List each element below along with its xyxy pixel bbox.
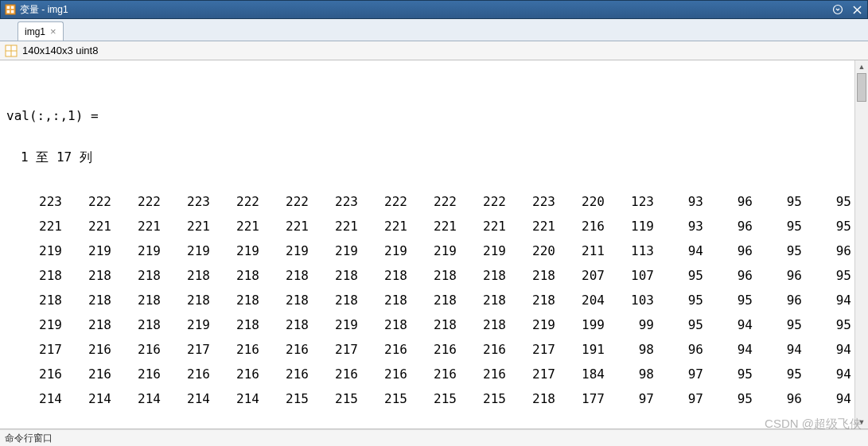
data-cell: 218 (161, 288, 210, 312)
svg-rect-2 (11, 6, 14, 10)
data-cell: 214 (210, 386, 259, 411)
data-cell: 177 (555, 386, 605, 411)
data-cell: 223 (161, 189, 210, 214)
table-row: 2212212212212212212212212212212212161199… (13, 214, 851, 239)
data-cell: 95 (802, 214, 851, 239)
table-row: 2142142142142142152152152152152181779797… (13, 386, 851, 411)
tab-img1[interactable]: img1 × (18, 21, 64, 41)
data-cell: 219 (457, 239, 506, 263)
data-cell: 218 (309, 288, 358, 312)
data-cell: 99 (605, 312, 654, 337)
data-cell: 199 (555, 312, 605, 337)
data-cell: 103 (605, 288, 654, 312)
data-cell: 95 (654, 263, 703, 288)
scrollbar-thumb[interactable] (857, 73, 866, 102)
data-cell: 218 (111, 288, 161, 312)
data-cell: 94 (703, 337, 753, 362)
data-cell: 218 (407, 312, 457, 337)
data-cell: 219 (161, 312, 210, 337)
data-cell: 218 (358, 288, 407, 312)
data-cell: 94 (753, 337, 802, 362)
data-cell: 214 (111, 386, 161, 411)
data-cell: 218 (407, 288, 457, 312)
data-cell: 214 (13, 386, 62, 411)
data-cell: 96 (802, 239, 851, 263)
data-cell: 96 (703, 189, 753, 214)
data-cell: 95 (802, 263, 851, 288)
val-header: val(:,:,1) = (6, 107, 853, 126)
close-icon[interactable] (850, 3, 864, 16)
data-cell: 95 (654, 312, 703, 337)
data-cell: 218 (506, 263, 555, 288)
data-cell: 217 (161, 337, 210, 362)
window-title: 变量 - img1 (20, 3, 831, 17)
data-cell: 216 (407, 362, 457, 386)
data-cell: 219 (309, 239, 358, 263)
variable-content[interactable]: val(:,:,1) = 1 至 17 列 223222222223222222… (0, 60, 854, 429)
data-cell: 215 (358, 386, 407, 411)
data-cell: 95 (802, 189, 851, 214)
data-cell: 94 (802, 362, 851, 386)
data-cell: 218 (309, 263, 358, 288)
svg-point-5 (834, 6, 843, 14)
data-cell: 216 (111, 362, 161, 386)
data-cell: 218 (210, 312, 259, 337)
data-cell: 94 (703, 312, 753, 337)
data-cell: 221 (457, 214, 506, 239)
data-cell: 98 (605, 337, 654, 362)
data-cell: 216 (457, 337, 506, 362)
data-cell: 191 (555, 337, 605, 362)
data-cell: 216 (62, 362, 111, 386)
data-cell: 216 (259, 362, 309, 386)
data-cell: 216 (309, 362, 358, 386)
scroll-up-icon[interactable]: ▲ (855, 60, 868, 73)
svg-rect-3 (7, 10, 10, 14)
scroll-down-icon[interactable]: ▼ (855, 416, 868, 429)
tab-label: img1 (25, 26, 45, 37)
data-cell: 218 (62, 312, 111, 337)
data-cell: 220 (506, 239, 555, 263)
data-cell: 97 (654, 386, 703, 411)
data-cell: 217 (309, 337, 358, 362)
data-cell: 184 (555, 362, 605, 386)
data-cell: 216 (555, 214, 605, 239)
data-cell: 218 (407, 263, 457, 288)
data-cell: 216 (407, 337, 457, 362)
data-cell: 95 (753, 312, 802, 337)
data-cell: 96 (753, 288, 802, 312)
data-cell: 219 (259, 239, 309, 263)
data-cell: 223 (506, 189, 555, 214)
data-cell: 214 (161, 386, 210, 411)
svg-rect-1 (7, 6, 10, 10)
data-cell: 219 (13, 312, 62, 337)
window-controls (831, 3, 864, 16)
data-cell: 222 (358, 189, 407, 214)
data-cell: 216 (62, 337, 111, 362)
data-cell: 216 (457, 362, 506, 386)
data-cell: 217 (13, 337, 62, 362)
data-cell: 218 (358, 312, 407, 337)
data-table: 2232222222232222222232222222222232201239… (13, 189, 851, 411)
data-cell: 218 (506, 288, 555, 312)
vertical-scrollbar[interactable]: ▲ ▼ (854, 60, 868, 429)
table-row: 2192192192192192192192192192192202111139… (13, 239, 851, 263)
data-cell: 218 (210, 263, 259, 288)
data-cell: 207 (555, 263, 605, 288)
table-row: 2192182182192182182192182182182191999995… (13, 312, 851, 337)
data-cell: 95 (753, 239, 802, 263)
data-cell: 216 (210, 362, 259, 386)
data-cell: 215 (407, 386, 457, 411)
data-cell: 216 (210, 337, 259, 362)
data-cell: 219 (506, 312, 555, 337)
data-cell: 219 (13, 239, 62, 263)
data-cell: 215 (259, 386, 309, 411)
data-cell: 218 (161, 263, 210, 288)
data-cell: 221 (358, 214, 407, 239)
tab-close-icon[interactable]: × (50, 26, 56, 37)
variable-info: 140x140x3 uint8 (22, 45, 98, 56)
data-cell: 219 (111, 239, 161, 263)
minimize-icon[interactable] (831, 3, 845, 16)
data-cell: 218 (506, 386, 555, 411)
data-cell: 219 (161, 239, 210, 263)
data-cell: 218 (111, 263, 161, 288)
